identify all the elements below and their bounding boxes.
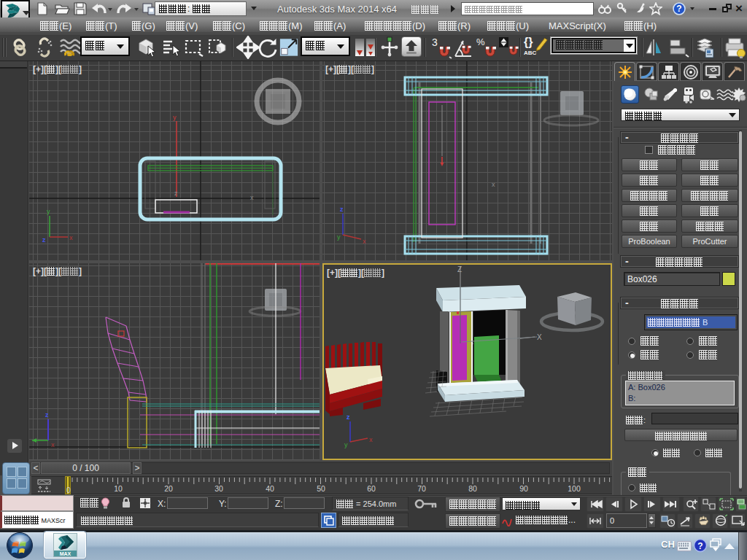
- svg-text:x: x: [250, 194, 254, 201]
- svg-text:z: z: [347, 413, 350, 421]
- svg-text:50: 50: [317, 484, 325, 493]
- svg-text:MAX: MAX: [60, 551, 71, 556]
- svg-text:y: y: [337, 233, 341, 241]
- svg-text:x: x: [51, 441, 55, 448]
- svg-text:3: 3: [432, 36, 438, 48]
- svg-text:90: 90: [519, 484, 528, 493]
- svg-text:40: 40: [266, 484, 274, 493]
- svg-text:y: y: [173, 114, 177, 121]
- svg-text:10: 10: [114, 484, 123, 493]
- svg-text:100: 100: [568, 484, 581, 493]
- svg-text:x: x: [369, 436, 373, 443]
- svg-text:z: z: [42, 236, 46, 244]
- svg-text:60: 60: [367, 484, 376, 493]
- svg-text:y: y: [344, 441, 348, 448]
- svg-text:?: ?: [676, 4, 681, 14]
- svg-text:x: x: [492, 181, 495, 188]
- svg-text:x: x: [363, 238, 366, 245]
- svg-text:z: z: [45, 411, 49, 419]
- svg-text:%: %: [476, 36, 485, 47]
- svg-text:y: y: [47, 208, 50, 215]
- svg-text:z: z: [174, 190, 178, 197]
- svg-text:30: 30: [214, 484, 223, 493]
- svg-text:?: ?: [697, 541, 703, 551]
- svg-text:Z: Z: [457, 265, 462, 273]
- svg-text:80: 80: [468, 484, 477, 493]
- svg-text:70: 70: [417, 484, 426, 493]
- svg-text:20: 20: [164, 484, 173, 493]
- svg-text:x: x: [69, 234, 73, 241]
- svg-text:z: z: [340, 206, 344, 213]
- svg-text:X: X: [537, 333, 542, 341]
